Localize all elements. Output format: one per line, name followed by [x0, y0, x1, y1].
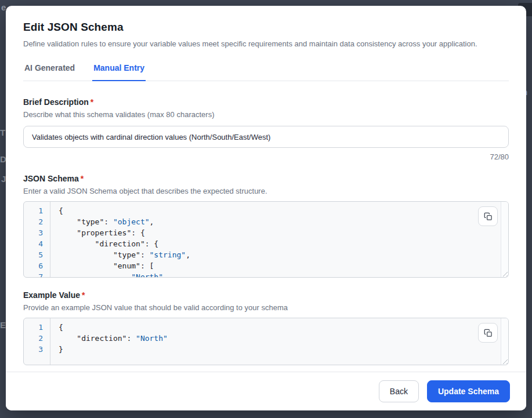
modal-header: Edit JSON Schema Define validation rules… — [6, 6, 526, 81]
code-area[interactable]: { "direction": "North"} — [51, 318, 508, 355]
line-number: 3 — [24, 344, 50, 355]
scrollbar-track[interactable] — [501, 202, 508, 277]
code-line: "type": "object", — [59, 216, 508, 227]
code-line: "North", — [59, 271, 508, 278]
line-number: 2 — [24, 333, 50, 344]
example-value-editor[interactable]: 123 { "direction": "North"} — [23, 318, 509, 365]
line-number: 7 — [24, 271, 50, 278]
brief-description-input[interactable] — [23, 126, 509, 148]
char-counter: 72/80 — [23, 152, 509, 161]
background-text-fragment: E — [0, 320, 6, 330]
copy-icon — [484, 212, 493, 221]
line-number: 5 — [24, 249, 50, 260]
code-line: "direction": { — [59, 238, 508, 249]
json-schema-label: JSON Schema* — [23, 174, 509, 183]
json-schema-helper: Enter a valid JSON Schema object that de… — [23, 187, 509, 195]
required-asterisk: * — [82, 290, 85, 300]
line-number: 1 — [24, 322, 50, 333]
brief-description-helper: Describe what this schema validates (max… — [23, 110, 509, 119]
modal-footer: Back Update Schema — [6, 372, 526, 410]
line-number: 3 — [24, 227, 50, 238]
edit-json-schema-modal: Edit JSON Schema Define validation rules… — [6, 6, 526, 410]
tab-bar: AI Generated Manual Entry — [23, 63, 509, 81]
code-line: "type": "string", — [59, 249, 508, 260]
json-schema-editor[interactable]: 1234567 { "type": "object", "properties"… — [23, 201, 509, 278]
code-line: "direction": "North" — [59, 333, 508, 344]
line-number: 1 — [24, 205, 50, 216]
line-number: 4 — [24, 238, 50, 249]
example-value-helper: Provide an example JSON value that shoul… — [23, 303, 509, 312]
modal-subtitle: Define validation rules to ensure your v… — [23, 39, 509, 48]
line-number-gutter: 123 — [24, 318, 50, 365]
required-asterisk: * — [81, 174, 84, 183]
code-line: "properties": { — [59, 227, 508, 238]
background-text-fragment: T — [0, 128, 5, 137]
code-area[interactable]: { "type": "object", "properties": { "dir… — [51, 202, 508, 278]
code-line: { — [59, 322, 508, 333]
line-number: 6 — [24, 260, 50, 271]
line-number: 2 — [24, 216, 50, 227]
copy-button[interactable] — [478, 206, 498, 226]
copy-button[interactable] — [478, 323, 498, 343]
code-line: "enum": [ — [59, 260, 508, 271]
modal-content: Brief Description* Describe what this sc… — [6, 81, 526, 372]
update-schema-button[interactable]: Update Schema — [427, 380, 510, 402]
modal-title: Edit JSON Schema — [23, 21, 509, 34]
example-value-label: Example Value* — [23, 290, 509, 300]
back-button[interactable]: Back — [379, 380, 419, 402]
tab-manual-entry[interactable]: Manual Entry — [92, 63, 146, 81]
brief-description-label: Brief Description* — [23, 97, 509, 107]
line-number-gutter: 1234567 — [24, 202, 50, 277]
tab-ai-generated[interactable]: AI Generated — [23, 63, 76, 81]
required-asterisk: * — [91, 97, 93, 107]
copy-icon — [484, 329, 493, 337]
code-line: { — [59, 205, 508, 216]
code-line: } — [59, 344, 508, 355]
